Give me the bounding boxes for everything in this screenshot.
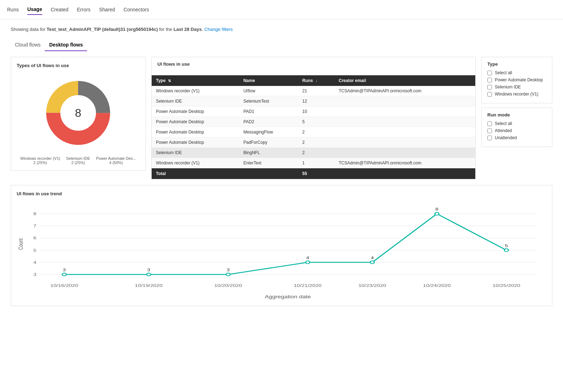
- table-row: Power Automate DesktopPAD110: [152, 107, 475, 117]
- data-label: 3: [63, 268, 66, 272]
- type-filter-label: Select all: [495, 70, 512, 75]
- cell-email: TCSAdmin@TIPAdminAPI.onmicrosoft.com: [335, 86, 475, 96]
- data-label: 8: [435, 207, 439, 211]
- nav-item-runs[interactable]: Runs: [7, 5, 19, 15]
- subtitle-org: Test_test_AdminAPI_TIP (default)31 (org5…: [47, 27, 158, 32]
- table-title: UI flows in use: [152, 57, 475, 70]
- filter-option: Windows recorder (V1): [487, 92, 546, 97]
- cell-name: BingNFL: [239, 148, 298, 158]
- type-filter-checkbox[interactable]: [487, 78, 492, 82]
- type-filter-options: Select allPower Automate DesktopSelenium…: [487, 70, 546, 97]
- type-filter-checkbox[interactable]: [487, 92, 492, 97]
- footer-total: 55: [298, 168, 334, 179]
- data-label: 4: [371, 256, 374, 260]
- y-axis-title: Count: [17, 239, 24, 250]
- type-filter-checkbox[interactable]: [487, 71, 492, 75]
- filter-option: Select all: [487, 121, 546, 126]
- table-row: Selenium IDEBingNFL2: [152, 148, 475, 158]
- filter-option: Select all: [487, 70, 546, 75]
- cell-runs: 10: [298, 107, 334, 117]
- main-row: Types of UI flows in use 8 Windows: [11, 57, 552, 179]
- table-row: Power Automate DesktopPadForCopy2: [152, 137, 475, 148]
- cell-type: Windows recorder (V1): [152, 86, 239, 96]
- trend-panel: UI flows in use trend 345678CountAggrega…: [11, 185, 552, 306]
- change-filters-link[interactable]: Change filters: [204, 27, 233, 32]
- footer-empty-email: [335, 168, 475, 179]
- subtitle-bar: Showing data for Test_test_AdminAPI_TIP …: [11, 27, 552, 32]
- cell-type: Power Automate Desktop: [152, 127, 239, 137]
- data-point: [435, 212, 439, 215]
- y-axis-label: 6: [33, 236, 37, 240]
- cell-name: PAD1: [239, 107, 298, 117]
- x-axis-label: 10/25/2020: [493, 283, 520, 288]
- cell-email: [335, 127, 475, 137]
- subtitle-mid: for the: [159, 27, 172, 32]
- table-row: Selenium IDESeleniumTest12: [152, 96, 475, 107]
- flows-table: Type ⇅ Name Runs ↓ Creator email Windows…: [152, 75, 475, 179]
- col-email: Creator email: [335, 75, 475, 86]
- cell-type: Selenium IDE: [152, 148, 239, 158]
- type-filter-label: Windows recorder (V1): [495, 92, 538, 97]
- cell-runs: 1: [298, 158, 334, 168]
- x-axis-label: 10/23/2020: [358, 283, 386, 288]
- donut-legends: Windows recorder (V1) 2 (25%) Selenium I…: [17, 156, 140, 165]
- x-axis-label: 10/24/2020: [423, 283, 451, 288]
- subtitle-prefix: Showing data for: [11, 27, 45, 32]
- type-filter-checkbox[interactable]: [487, 85, 492, 89]
- cell-name: MessagingFlow: [239, 127, 298, 137]
- legend-power: Power Automate Des... 4 (50%): [96, 156, 136, 165]
- filter-option: Attended: [487, 128, 546, 133]
- table-row: Windows recorder (V1)UIflow21TCSAdmin@TI…: [152, 86, 475, 96]
- type-filter-title: Type: [487, 61, 546, 67]
- main-content: Showing data for Test_test_AdminAPI_TIP …: [0, 20, 563, 313]
- y-axis-label: 8: [33, 212, 37, 216]
- nav-item-connectors[interactable]: Connectors: [124, 5, 149, 15]
- table-panel: UI flows in use Type ⇅ Name Runs ↓ Creat…: [151, 57, 476, 179]
- cell-email: TCSAdmin@TIPAdminAPI.onmicrosoft.com: [335, 158, 475, 168]
- legend-selenium: Selenium IDE 2 (25%): [66, 156, 90, 165]
- cell-runs: 5: [298, 117, 334, 127]
- nav-item-errors[interactable]: Errors: [77, 5, 91, 15]
- y-axis-label: 7: [33, 224, 37, 228]
- x-axis-label: 10/16/2020: [50, 283, 78, 288]
- run-mode-filter-checkbox[interactable]: [487, 121, 492, 126]
- run-mode-filter-checkbox[interactable]: [487, 136, 492, 140]
- trend-line: [64, 214, 507, 274]
- flow-tab-cloud-flows[interactable]: Cloud flows: [11, 39, 45, 51]
- col-type[interactable]: Type ⇅: [152, 75, 239, 86]
- run-mode-filter-checkbox[interactable]: [487, 129, 492, 133]
- sort-icon-runs: ↓: [315, 79, 317, 83]
- data-point: [504, 249, 508, 252]
- cell-runs: 21: [298, 86, 334, 96]
- nav-item-usage[interactable]: Usage: [27, 4, 42, 15]
- subtitle-period: Last 28 Days: [173, 27, 202, 32]
- trend-svg: 345678CountAggregation date310/16/202031…: [17, 201, 546, 300]
- col-runs[interactable]: Runs ↓: [298, 75, 334, 86]
- cell-type: Power Automate Desktop: [152, 107, 239, 117]
- data-label: 3: [227, 268, 230, 272]
- nav-item-created[interactable]: Created: [51, 5, 69, 15]
- donut-panel: Types of UI flows in use 8 Windows: [11, 57, 146, 171]
- cell-email: [335, 137, 475, 148]
- type-filter-panel: Type Select allPower Automate DesktopSel…: [481, 57, 552, 103]
- filter-option: Selenium IDE: [487, 85, 546, 89]
- x-axis-label: 10/21/2020: [294, 283, 321, 288]
- trend-chart-area: 345678CountAggregation date310/16/202031…: [17, 201, 546, 300]
- cell-type: Power Automate Desktop: [152, 137, 239, 148]
- nav-item-shared[interactable]: Shared: [99, 5, 115, 15]
- run-mode-filter-label: Attended: [495, 128, 512, 133]
- legend-windows: Windows recorder (V1) 2 (25%): [20, 156, 60, 165]
- x-axis-label: 10/19/2020: [135, 283, 163, 288]
- cell-type: Windows recorder (V1): [152, 158, 239, 168]
- donut-center-value: 8: [75, 107, 81, 120]
- cell-runs: 2: [298, 148, 334, 158]
- run-mode-filter-panel: Run mode Select allAttendedUnattended: [481, 108, 552, 147]
- cell-type: Selenium IDE: [152, 96, 239, 107]
- flow-tab-desktop-flows[interactable]: Desktop flows: [45, 39, 87, 51]
- cell-email: [335, 148, 475, 158]
- data-point: [306, 261, 310, 264]
- table-body: Windows recorder (V1)UIflow21TCSAdmin@TI…: [152, 86, 475, 168]
- cell-name: EnterText: [239, 158, 298, 168]
- table-header: Type ⇅ Name Runs ↓ Creator email: [152, 75, 475, 86]
- cell-email: [335, 107, 475, 117]
